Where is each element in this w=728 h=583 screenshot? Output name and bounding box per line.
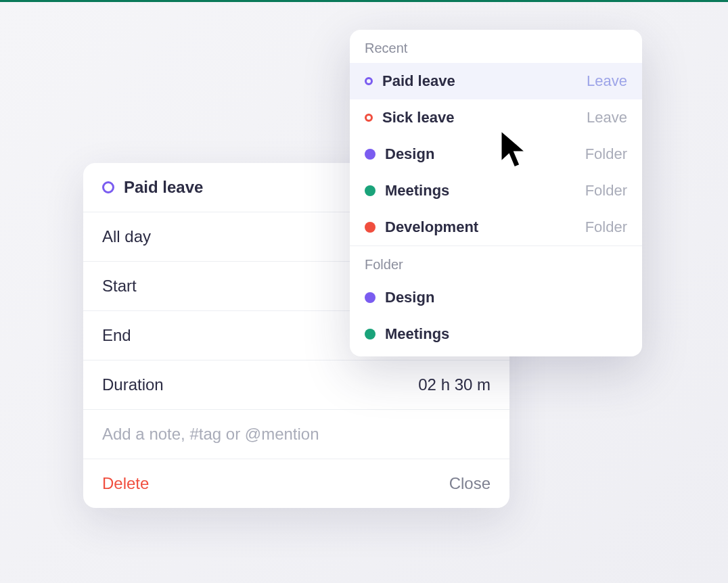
- dot-icon: [365, 185, 376, 196]
- dot-icon: [365, 292, 376, 303]
- item-type: Leave: [587, 72, 627, 90]
- item-label: Meetings: [385, 325, 627, 343]
- section-label-recent: Recent: [350, 30, 642, 63]
- delete-button[interactable]: Delete: [102, 474, 149, 493]
- action-row: Delete Close: [83, 459, 509, 508]
- item-type: Folder: [585, 145, 627, 163]
- item-label: Sick leave: [382, 109, 577, 126]
- dropdown-item-folder-meetings[interactable]: Meetings: [350, 316, 642, 356]
- item-type: Folder: [585, 182, 627, 200]
- dot-icon: [365, 329, 376, 340]
- dropdown-item-folder-design[interactable]: Design: [350, 279, 642, 316]
- close-button[interactable]: Close: [449, 474, 491, 493]
- item-type: Folder: [585, 218, 627, 236]
- item-type: Leave: [587, 109, 627, 126]
- dropdown-item-sick-leave[interactable]: Sick leave Leave: [350, 99, 642, 136]
- item-label: Design: [385, 145, 576, 163]
- category-ring-icon: [102, 181, 114, 193]
- note-placeholder: Add a note, #tag or @mention: [102, 425, 319, 444]
- item-label: Meetings: [385, 182, 576, 200]
- dropdown-item-development[interactable]: Development Folder: [350, 209, 642, 246]
- ring-icon: [365, 77, 373, 85]
- dot-icon: [365, 149, 376, 160]
- duration-label: Duration: [102, 375, 418, 394]
- item-label: Design: [385, 289, 627, 306]
- duration-row[interactable]: Duration 02 h 30 m: [83, 360, 509, 410]
- dropdown-item-design[interactable]: Design Folder: [350, 136, 642, 172]
- section-label-folder: Folder: [350, 246, 642, 279]
- dot-icon: [365, 222, 376, 233]
- dropdown-item-paid-leave[interactable]: Paid leave Leave: [350, 63, 642, 99]
- duration-value: 02 h 30 m: [418, 375, 491, 394]
- item-label: Paid leave: [382, 72, 577, 90]
- item-label: Development: [385, 218, 576, 236]
- entry-title: Paid leave: [124, 178, 203, 197]
- ring-icon: [365, 114, 373, 122]
- category-dropdown: Recent Paid leave Leave Sick leave Leave…: [350, 30, 642, 356]
- end-label: End: [102, 326, 364, 345]
- dropdown-item-meetings[interactable]: Meetings Folder: [350, 172, 642, 209]
- note-input[interactable]: Add a note, #tag or @mention: [83, 410, 509, 459]
